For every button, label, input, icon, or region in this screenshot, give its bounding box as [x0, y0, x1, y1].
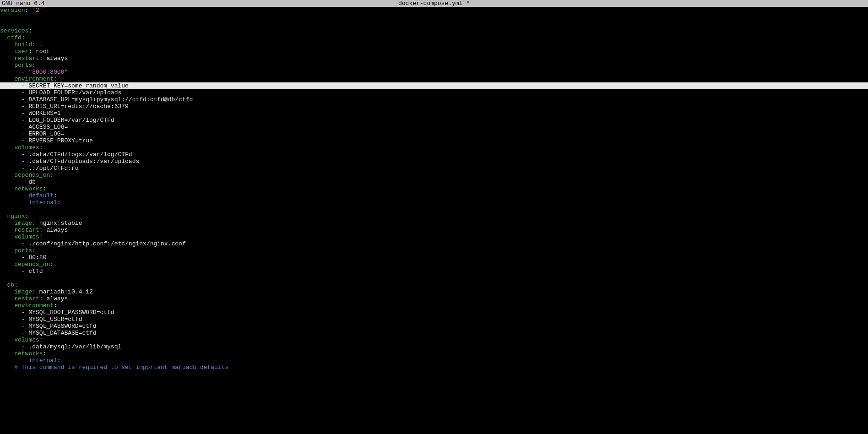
key-volumes2: volumes: [14, 233, 39, 240]
val-build: .: [39, 41, 43, 48]
vol-mysql: .data/mysql:/var/lib/mysql: [28, 343, 121, 350]
val-port: "8000:8000": [28, 69, 68, 76]
key-volumes3: volumes: [14, 336, 39, 343]
service-ctfd: ctfd: [7, 34, 22, 41]
editor-content[interactable]: version: '2' services: ctfd: build: . us…: [0, 7, 868, 371]
key-build: build: [14, 41, 32, 48]
key-depends: depends_on: [14, 172, 50, 179]
env-secret-key: SECRET_KEY=some_random_value: [28, 82, 128, 89]
env-upload-folder: UPLOAD_FOLDER=/var/uploads: [28, 89, 121, 96]
cursor-line[interactable]: - SECRET_KEY=some_random_value: [0, 82, 868, 89]
vol-uploads: .data/CTFd/uploads:/var/uploads: [28, 158, 139, 165]
val-user: root: [36, 48, 50, 55]
key-image: image: [14, 220, 32, 227]
net-internal2: internal: [28, 357, 57, 364]
key-services: services: [0, 27, 28, 34]
env-database-url: DATABASE_URL=mysql+pymysql://ctfd:ctfd@d…: [28, 96, 193, 103]
key-volumes: volumes: [14, 144, 39, 151]
comment-mariadb: # This command is required to set import…: [14, 364, 228, 371]
key-user: user: [14, 48, 28, 55]
vol-logs: .data/CTFd/logs:/var/log/CTFd: [28, 151, 132, 158]
key-image2: image: [14, 288, 32, 295]
env-mysql-root: MYSQL_ROOT_PASSWORD=ctfd: [28, 309, 114, 316]
key-environment: environment: [14, 76, 54, 82]
dep-db: db: [28, 179, 36, 185]
key-environment2: environment: [14, 302, 54, 309]
env-log-folder: LOG_FOLDER=/var/log/CTFd: [28, 117, 114, 124]
env-reverse-proxy: REVERSE_PROXY=true: [28, 137, 92, 144]
key-networks2: networks: [14, 350, 43, 357]
val-image-mariadb: mariadb:10.4.12: [39, 288, 93, 295]
net-default: default: [28, 192, 54, 199]
key-restart3: restart: [14, 295, 39, 302]
key-depends2: depends_on: [14, 261, 50, 268]
nano-titlebar: GNU nano 6.4 docker-compose.yml *: [0, 0, 868, 7]
cursor: [129, 82, 132, 89]
key-ports: ports: [14, 62, 32, 69]
env-error-log: ERROR_LOG=-: [28, 130, 68, 137]
env-mysql-password: MYSQL_PASSWORD=ctfd: [28, 323, 96, 330]
service-db: db: [7, 282, 15, 288]
env-access-log: ACCESS_LOG=-: [28, 124, 71, 130]
key-networks: networks: [14, 185, 43, 192]
vol-opt: .:/opt/CTFd:ro: [28, 165, 78, 172]
val-restart: always: [46, 55, 68, 62]
val-image-nginx: nginx:stable: [39, 220, 82, 227]
key-restart: restart: [14, 55, 39, 62]
env-redis-url: REDIS_URL=redis://cache:6379: [28, 103, 128, 110]
port-80: 80:80: [28, 254, 46, 261]
env-workers: WORKERS=1: [28, 110, 60, 117]
val-version: '2': [32, 7, 43, 14]
key-ports2: ports: [14, 247, 32, 254]
key-version: version: [0, 7, 25, 14]
net-internal: internal: [28, 199, 57, 206]
env-mysql-user: MYSQL_USER=ctfd: [28, 316, 82, 323]
env-mysql-database: MYSQL_DATABASE=ctfd: [28, 330, 96, 336]
val-restart2: always: [46, 227, 68, 233]
key-restart2: restart: [14, 227, 39, 233]
vol-nginx-conf: ./conf/nginx/http.conf:/etc/nginx/nginx.…: [28, 240, 185, 247]
dep-ctfd: ctfd: [28, 268, 43, 275]
nano-filename: docker-compose.yml *: [0, 0, 868, 7]
service-nginx: nginx: [7, 213, 25, 220]
val-restart3: always: [46, 295, 68, 302]
